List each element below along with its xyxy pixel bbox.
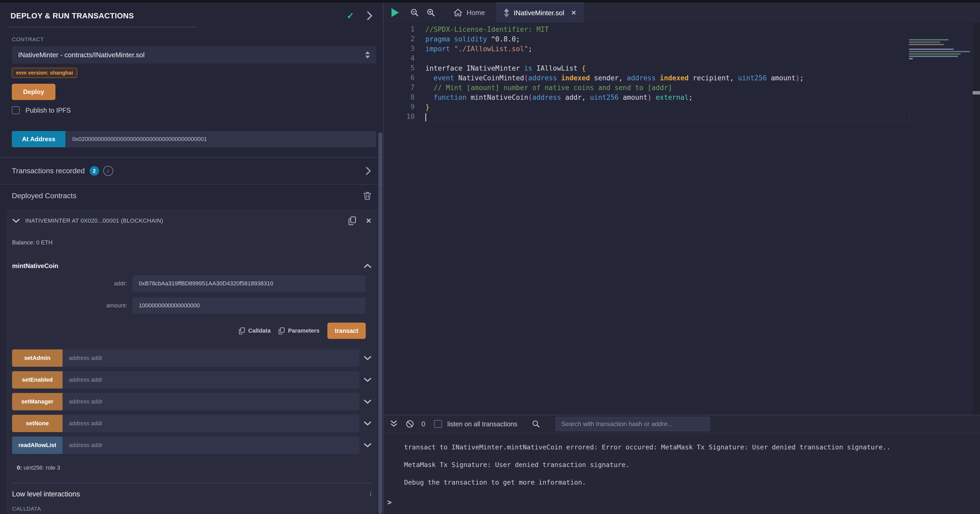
low-level-title: Low level interactions (12, 490, 80, 498)
clear-terminal-ban-icon[interactable] (406, 420, 414, 428)
function-button-setAdmin[interactable]: setAdmin (12, 349, 62, 367)
instance-balance: Balance: 0 ETH (12, 239, 377, 246)
clear-instances-trash-icon[interactable] (363, 191, 371, 200)
transactions-recorded-label: Transactions recorded (12, 167, 85, 175)
copy-icon (239, 327, 245, 335)
function-input-setNone[interactable] (62, 415, 360, 432)
contract-select[interactable]: INativeMinter - contracts/INativeMinter.… (12, 46, 376, 63)
expand-function-chevron-icon[interactable] (364, 443, 372, 448)
code-line: 4 (383, 54, 980, 63)
low-level-info-icon[interactable]: i (370, 490, 372, 498)
code-editor: Home INativeMinter.sol ✕ 1//SPDX-License… (383, 3, 980, 415)
function-input-readAllowList[interactable] (62, 436, 360, 454)
transactions-count-badge: 2 (90, 166, 99, 176)
minimap[interactable] (909, 39, 972, 59)
environment-ok-check-icon: ✓ (347, 11, 355, 21)
function-input-setEnabled[interactable] (62, 371, 360, 389)
copy-address-icon[interactable] (348, 216, 356, 225)
panel-title: DEPLOY & RUN TRANSACTIONS (11, 11, 134, 20)
expand-function-chevron-icon[interactable] (364, 355, 372, 361)
function-output: 0: uint256: role 3 (17, 464, 377, 471)
remove-instance-icon[interactable]: ✕ (366, 217, 372, 225)
search-icon (532, 420, 540, 428)
contract-select-value: INativeMinter - contracts/INativeMinter.… (18, 51, 145, 59)
open-function-name: mintNativeCoin (12, 262, 58, 270)
code-area[interactable]: 1//SPDX-License-Identifier: MIT2pragma s… (383, 23, 980, 415)
code-line: 2pragma solidity ^0.8.0; (383, 34, 980, 44)
param-addr-label: addr: (6, 280, 132, 287)
function-row: setEnabled (12, 371, 372, 389)
function-list: setAdminsetEnabledsetManagersetNonereadA… (12, 349, 372, 454)
terminal: 0 listen on all transactions transact to… (383, 415, 980, 514)
run-script-play-icon[interactable] (391, 8, 399, 17)
zoom-out-icon[interactable] (410, 8, 419, 17)
function-input-setAdmin[interactable] (62, 349, 360, 367)
param-addr-input[interactable] (132, 275, 366, 292)
evm-version-badge: evm version: shanghai (12, 68, 77, 78)
terminal-prompt[interactable]: > (387, 498, 392, 507)
function-button-setEnabled[interactable]: setEnabled (12, 371, 62, 389)
zoom-in-icon[interactable] (427, 8, 435, 17)
text-cursor (425, 113, 426, 121)
code-line: 7 // Mint [amount] number of native coin… (383, 83, 980, 92)
code-line: 9} (383, 102, 980, 112)
deployed-contracts-row: Deployed Contracts (0, 184, 383, 207)
param-amount-input[interactable] (132, 297, 366, 314)
at-address-input[interactable] (65, 131, 376, 147)
listen-all-checkbox[interactable] (434, 420, 442, 428)
function-input-setManager[interactable] (62, 393, 360, 410)
code-line: 5interface INativeMinter is IAllowList { (383, 63, 980, 73)
pending-tx-count: 0 (422, 420, 425, 428)
collapse-instance-chevron-icon[interactable] (12, 218, 20, 224)
function-row: setManager (12, 393, 372, 410)
function-button-readAllowList[interactable]: readAllowList (12, 436, 62, 454)
publish-ipfs-checkbox[interactable] (12, 106, 20, 114)
function-button-setManager[interactable]: setManager (12, 393, 62, 410)
collapse-panel-chevron-icon[interactable] (366, 11, 373, 21)
at-address-button[interactable]: At Address (12, 131, 65, 147)
terminal-toolbar: 0 listen on all transactions (383, 415, 980, 433)
terminal-log: transact to INativeMinter.mintNativeCoin… (383, 433, 980, 487)
code-line: 8 function mintNativeCoin(address addr, … (383, 92, 980, 102)
transactions-recorded-row[interactable]: Transactions recorded 2 i (0, 158, 383, 184)
calldata-label: CALLDATA (12, 506, 377, 512)
instance-title: INATIVEMINTER AT 0X020...00001 (BLOCKCHA… (25, 217, 163, 224)
code-line: 1//SPDX-License-Identifier: MIT (383, 24, 980, 34)
code-line: 10 (383, 112, 980, 122)
home-icon (453, 8, 462, 17)
terminal-log-line: transact to INativeMinter.mintNativeCoin… (404, 442, 980, 452)
terminal-log-line: Debug the transaction to get more inform… (404, 478, 980, 487)
solidity-file-icon (504, 8, 509, 17)
copy-icon (278, 327, 285, 335)
collapse-terminal-icon[interactable] (390, 419, 398, 428)
function-button-setNone[interactable]: setNone (12, 415, 62, 432)
close-tab-icon[interactable]: ✕ (571, 9, 576, 17)
transactions-info-icon[interactable]: i (103, 166, 113, 176)
transact-button[interactable]: transact (328, 323, 366, 339)
expand-function-chevron-icon[interactable] (364, 377, 372, 382)
contract-label: CONTRACT (12, 36, 383, 43)
tab-home[interactable]: Home (447, 3, 492, 22)
terminal-search-input[interactable] (556, 417, 710, 431)
param-amount-label: amount: (6, 302, 132, 309)
collapse-function-chevron-icon[interactable] (364, 263, 372, 268)
select-spinner-icon (365, 51, 370, 59)
tab-inativeminter-sol[interactable]: INativeMinter.sol ✕ (496, 3, 584, 22)
terminal-log-line: MetaMask Tx Signature: User denied trans… (404, 460, 980, 470)
deployed-instance-card: INATIVEMINTER AT 0X020...00001 (BLOCKCHA… (6, 209, 377, 514)
copy-parameters-button[interactable]: Parameters (278, 327, 320, 335)
editor-scroll-rail[interactable] (973, 23, 980, 415)
copy-calldata-button[interactable]: Calldata (239, 327, 271, 335)
editor-tabbar: Home INativeMinter.sol ✕ (383, 3, 980, 23)
code-line: 3import "./IAllowList.sol"; (383, 44, 980, 54)
panel-scrollbar[interactable] (378, 133, 382, 514)
expand-function-chevron-icon[interactable] (364, 399, 372, 404)
deployed-contracts-label: Deployed Contracts (12, 192, 76, 200)
deploy-run-panel: DEPLOY & RUN TRANSACTIONS ✓ CONTRACT INa… (0, 3, 383, 514)
deploy-button[interactable]: Deploy (12, 84, 56, 100)
function-row: readAllowList (12, 436, 372, 454)
expand-transactions-chevron-icon[interactable] (366, 167, 371, 175)
expand-function-chevron-icon[interactable] (364, 421, 372, 426)
function-row: setAdmin (12, 349, 372, 367)
card-divider (12, 483, 372, 483)
